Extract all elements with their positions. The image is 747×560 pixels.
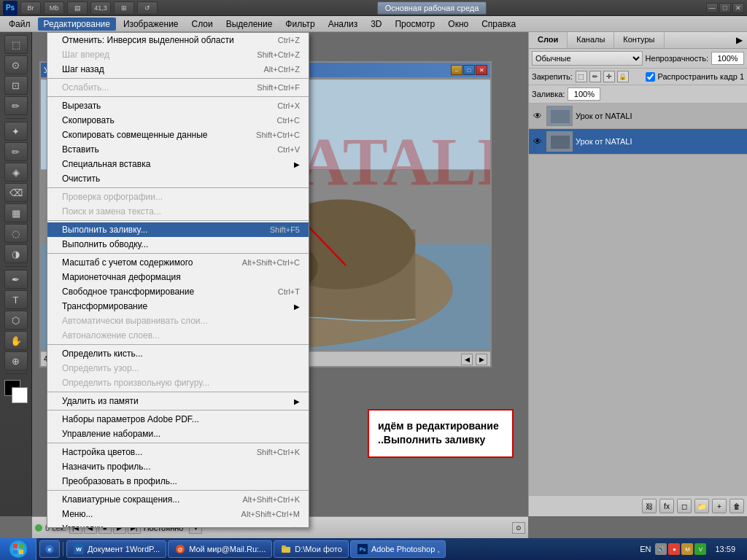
- menu-filter[interactable]: Фильтр: [279, 18, 320, 31]
- menu-preferences[interactable]: Установки ▶: [47, 521, 309, 528]
- menu-assign-profile[interactable]: Назначить профиль...: [47, 459, 309, 474]
- tool-color[interactable]: [4, 380, 28, 403]
- layer-eye-1[interactable]: 👁: [532, 110, 543, 122]
- menu-edit[interactable]: Редактирование: [38, 18, 116, 31]
- layer-delete-button[interactable]: 🗑: [729, 499, 744, 513]
- menu-step-back[interactable]: Шаг назад Alt+Ctrl+Z: [47, 62, 309, 77]
- layers-panel-menu[interactable]: ▶: [732, 32, 747, 48]
- menu-free-transform[interactable]: Свободное трансформирование Ctrl+T: [47, 284, 309, 299]
- tool-dodge[interactable]: ◑: [4, 244, 28, 263]
- menu-stroke[interactable]: Выполнить обводку...: [47, 237, 309, 252]
- menu-step-forward[interactable]: Шаг вперед Shift+Ctrl+Z: [47, 47, 309, 62]
- menu-fade[interactable]: Ослабить... Shift+Ctrl+F: [47, 80, 309, 95]
- layer-item-2[interactable]: 👁 Урок от NATALI: [529, 129, 747, 155]
- tool-text[interactable]: T: [4, 290, 28, 309]
- taskbar-item-mail[interactable]: @ Мой мир@Mail.Ru:...: [168, 540, 272, 558]
- menu-undo[interactable]: Отменить: Инверсия выделенной области Ct…: [47, 33, 309, 47]
- tool-eraser[interactable]: ⌫: [4, 183, 28, 202]
- menu-menus[interactable]: Меню... Alt+Shift+Ctrl+M: [47, 507, 309, 521]
- menu-puppet[interactable]: Марионеточная деформация: [47, 270, 309, 284]
- statusbar-icon[interactable]: ⊙: [512, 522, 525, 534]
- tool-brush[interactable]: ✏: [4, 142, 28, 161]
- bridge-icon[interactable]: Br: [20, 1, 41, 15]
- tool-shape[interactable]: ⬡: [4, 311, 28, 330]
- taskbar-item-quick-launch[interactable]: e: [39, 540, 60, 558]
- tab-channels[interactable]: Каналы: [568, 32, 614, 48]
- menu-cut[interactable]: Вырезать Ctrl+X: [47, 98, 309, 113]
- mail-tray-icon[interactable]: M: [681, 543, 693, 555]
- close-button[interactable]: ✕: [732, 3, 744, 13]
- tool-heal[interactable]: ✦: [4, 122, 28, 141]
- menu-select[interactable]: Выделение: [220, 18, 279, 31]
- menu-define-pattern[interactable]: Определить узор...: [47, 361, 309, 376]
- tool-marquee[interactable]: ⬚: [4, 35, 28, 54]
- menu-window[interactable]: Окно: [442, 18, 474, 31]
- minimize-button[interactable]: —: [706, 3, 718, 13]
- lock-all-btn[interactable]: 🔒: [617, 71, 629, 82]
- lock-transparent-btn[interactable]: ⬚: [576, 71, 587, 82]
- menu-paste-special[interactable]: Специальная вставка ▶: [47, 157, 309, 171]
- layer-style-button[interactable]: fx: [659, 499, 674, 513]
- layer-eye-2[interactable]: 👁: [532, 136, 543, 147]
- lock-image-btn[interactable]: ✏: [589, 71, 601, 82]
- network-icon[interactable]: ●: [668, 543, 680, 555]
- canvas-close-button[interactable]: ✕: [476, 65, 487, 75]
- menu-keyboard-shortcuts[interactable]: Клавиатурные сокращения... Alt+Shift+Ctr…: [47, 492, 309, 507]
- layer-group-button[interactable]: 📁: [694, 499, 709, 513]
- layer-mask-button[interactable]: ◻: [677, 499, 692, 513]
- menu-convert-profile[interactable]: Преобразовать в профиль...: [47, 474, 309, 489]
- tool-crop[interactable]: ⊡: [4, 76, 28, 95]
- canvas-nav-right[interactable]: ▶: [476, 354, 487, 365]
- menu-color-settings[interactable]: Настройка цветов... Shift+Ctrl+K: [47, 445, 309, 459]
- tab-paths[interactable]: Контуры: [614, 32, 664, 48]
- canvas-maximize-button[interactable]: □: [463, 65, 475, 75]
- maximize-button[interactable]: □: [719, 3, 731, 13]
- menu-file[interactable]: Файл: [3, 18, 36, 31]
- layer-new-button[interactable]: +: [712, 499, 727, 513]
- taskbar-item-photoshop[interactable]: Ps Adobe Photoshop ,: [350, 540, 446, 558]
- tab-layers[interactable]: Слои: [529, 32, 568, 48]
- menu-spell-check[interactable]: Проверка орфографии...: [47, 190, 309, 204]
- layer-item-1[interactable]: 👁 Урок от NATALI: [529, 104, 747, 129]
- menu-copy-merged[interactable]: Скопировать совмещенные данные Shift+Ctr…: [47, 128, 309, 142]
- language-indicator[interactable]: EN: [637, 545, 654, 553]
- opacity-input[interactable]: [711, 52, 744, 65]
- volume-icon[interactable]: 🔊: [655, 543, 667, 555]
- menu-purge[interactable]: Удалить из памяти ▶: [47, 394, 309, 408]
- menu-fill[interactable]: Выполнить заливку... Shift+F5: [47, 222, 309, 237]
- taskbar-item-word[interactable]: W Документ 1WordP...: [66, 540, 166, 558]
- menu-paste[interactable]: Вставить Ctrl+V: [47, 142, 309, 157]
- menu-layers[interactable]: Слои: [186, 18, 219, 31]
- canvas-nav-left[interactable]: ◀: [461, 354, 473, 365]
- tool-blur[interactable]: ◌: [4, 224, 28, 243]
- distribute-checkbox[interactable]: [646, 72, 655, 82]
- layers-blend-mode[interactable]: Обычные: [532, 51, 643, 66]
- mini-bridge-icon[interactable]: Mb: [44, 1, 64, 15]
- lock-position-btn[interactable]: ✛: [603, 71, 615, 82]
- start-button[interactable]: [0, 538, 36, 560]
- tool-hand[interactable]: ✋: [4, 331, 28, 350]
- rotate-icon[interactable]: ↺: [137, 1, 158, 15]
- menu-find-replace[interactable]: Поиск и замена текста...: [47, 204, 309, 219]
- zoom-display[interactable]: 41,3: [90, 1, 111, 15]
- tool-eyedropper[interactable]: ✏: [4, 96, 28, 115]
- menu-content-aware[interactable]: Масштаб с учетом содержимого Alt+Shift+C…: [47, 255, 309, 270]
- menu-view[interactable]: Просмотр: [389, 18, 441, 31]
- menu-help[interactable]: Справка: [476, 18, 522, 31]
- view-icon[interactable]: ▤: [67, 1, 88, 15]
- menu-3d[interactable]: 3D: [365, 18, 387, 31]
- tool-zoom[interactable]: ⊕: [4, 351, 28, 370]
- tool-clone[interactable]: ◈: [4, 163, 28, 182]
- menu-image[interactable]: Изображение: [117, 18, 185, 31]
- tool-pen[interactable]: ✒: [4, 270, 28, 289]
- menu-transform[interactable]: Трансформирование ▶: [47, 299, 309, 314]
- menu-analysis[interactable]: Анализ: [322, 18, 364, 31]
- workspace-button[interactable]: Основная рабочая среда: [377, 1, 487, 15]
- canvas-minimize-button[interactable]: –: [451, 65, 462, 75]
- menu-auto-align[interactable]: Автоматически выравнивать слои...: [47, 314, 309, 328]
- menu-presets[interactable]: Управление наборами...: [47, 427, 309, 441]
- menu-define-brush[interactable]: Определить кисть...: [47, 346, 309, 361]
- fill-input[interactable]: [568, 88, 600, 101]
- taskbar-item-folder[interactable]: D:\Мои фото: [274, 540, 349, 558]
- background-color[interactable]: [12, 387, 28, 403]
